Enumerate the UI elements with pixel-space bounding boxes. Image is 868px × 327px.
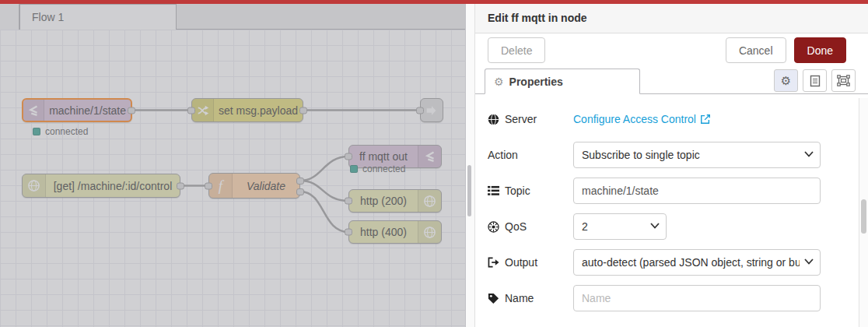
panel-scrollbar-thumb[interactable]: [861, 199, 866, 234]
globe-icon: [418, 190, 441, 212]
external-link-icon: [700, 114, 711, 125]
node-status: connected: [33, 126, 88, 137]
editor-view-buttons: ⚙: [774, 69, 856, 92]
qos-label: QoS: [488, 220, 573, 233]
output-port[interactable]: [177, 182, 184, 189]
flow-canvas[interactable]: machine/1/state connected set msg.payloa…: [0, 30, 465, 327]
globe-icon: [488, 114, 499, 125]
node-label: Validate: [233, 180, 299, 192]
output-port[interactable]: [128, 107, 135, 114]
qos-select[interactable]: 2: [573, 213, 667, 240]
qos-icon: [488, 221, 499, 233]
link-out-icon: [425, 104, 439, 118]
properties-tab-label: Properties: [509, 76, 563, 88]
action-label: Action: [488, 149, 573, 161]
node-label: [get] /machine/:id/control: [46, 180, 180, 192]
server-label: Server: [488, 113, 573, 125]
output-port-2[interactable]: [296, 188, 304, 195]
flow-workspace: Flow 1 machine/1/state: [0, 4, 465, 327]
panel-button-row: Delete Cancel Done: [475, 33, 868, 67]
wire[interactable]: [300, 156, 348, 181]
field-row-topic: Topic: [488, 178, 856, 204]
node-label: http (400): [349, 226, 418, 238]
input-port[interactable]: [205, 182, 212, 189]
status-dot: [33, 128, 40, 135]
flow-tab-label: Flow 1: [32, 11, 64, 23]
panel-title: Edit ff mqtt in node: [475, 4, 868, 33]
status-dot: [350, 165, 358, 173]
description-view-button[interactable]: [803, 69, 827, 92]
node-red-editor: Flow 1 machine/1/state: [0, 0, 868, 327]
node-label: http (200): [349, 195, 418, 207]
properties-view-button[interactable]: ⚙: [774, 69, 798, 92]
output-select[interactable]: auto-detect (parsed JSON object, string …: [573, 249, 821, 276]
configure-server-link[interactable]: Configure Access Control: [573, 113, 711, 125]
gear-icon: ⚙: [494, 76, 504, 88]
gear-icon: ⚙: [781, 74, 791, 88]
output-port-1[interactable]: [296, 178, 304, 185]
mqtt-icon: [418, 146, 441, 167]
qos-select-wrap: 2: [573, 213, 667, 240]
input-port[interactable]: [345, 198, 352, 205]
tasks-icon: [488, 185, 499, 196]
tab-bar-stub: [0, 4, 19, 30]
node-http-response-400[interactable]: http (400): [348, 220, 442, 244]
status-text: connected: [362, 164, 405, 174]
input-port[interactable]: [416, 107, 424, 114]
document-icon: [810, 75, 821, 87]
field-row-qos: QoS 2: [488, 213, 856, 240]
delete-button[interactable]: Delete: [488, 37, 545, 63]
node-function[interactable]: f Validate: [208, 173, 300, 199]
node-properties-form: Server Configure Access Control Action S…: [475, 94, 868, 311]
name-label: Name: [488, 292, 573, 304]
node-mqtt-in[interactable]: machine/1/state: [22, 98, 132, 122]
node-label: set msg.payload: [214, 104, 303, 117]
output-select-wrap: auto-detect (parsed JSON object, string …: [573, 249, 821, 276]
node-label: machine/1/state: [44, 104, 131, 117]
field-row-action: Action Subscribe to single topic: [488, 142, 856, 168]
sign-out-icon: [488, 257, 499, 268]
field-row-server: Server Configure Access Control: [488, 106, 856, 132]
topic-input[interactable]: [573, 178, 821, 204]
mqtt-icon: [23, 100, 44, 121]
appearance-icon: [837, 75, 850, 86]
field-row-name: Name: [488, 285, 856, 311]
workspace-scrollbar-thumb[interactable]: [467, 165, 471, 216]
output-label: Output: [488, 256, 573, 269]
tab-properties[interactable]: ⚙ Properties: [485, 69, 640, 94]
done-button[interactable]: Done: [794, 37, 846, 63]
function-icon: f: [209, 174, 233, 198]
tab-flow-1[interactable]: Flow 1: [19, 4, 177, 30]
input-port[interactable]: [345, 153, 352, 160]
node-http-in[interactable]: [get] /machine/:id/control: [22, 174, 180, 198]
input-port[interactable]: [345, 229, 352, 236]
input-port[interactable]: [187, 107, 195, 114]
action-select[interactable]: Subscribe to single topic: [573, 142, 821, 168]
node-label: ff mqtt out: [349, 150, 418, 163]
topic-label: Topic: [488, 185, 573, 197]
tag-icon: [488, 293, 499, 304]
globe-icon: [23, 174, 46, 197]
globe-icon: [418, 221, 441, 243]
workspace-tab-bar: Flow 1: [0, 4, 465, 30]
cancel-button[interactable]: Cancel: [726, 37, 786, 63]
field-row-output: Output auto-detect (parsed JSON object, …: [488, 249, 856, 276]
wire[interactable]: [300, 192, 348, 232]
node-http-response-200[interactable]: http (200): [348, 189, 442, 213]
editor-tab-row: ⚙ Properties ⚙: [475, 67, 868, 94]
node-change[interactable]: set msg.payload: [191, 98, 303, 122]
appearance-view-button[interactable]: [831, 69, 856, 92]
name-input[interactable]: [573, 285, 821, 311]
panel-scrollbar[interactable]: [859, 98, 868, 327]
status-text: connected: [45, 126, 88, 137]
node-link-out[interactable]: [420, 98, 443, 122]
action-select-wrap: Subscribe to single topic: [573, 142, 821, 168]
panel-separator[interactable]: [465, 4, 474, 327]
shuffle-icon: [192, 99, 214, 121]
output-port[interactable]: [299, 107, 307, 114]
edit-node-panel: Edit ff mqtt in node Delete Cancel Done …: [474, 4, 868, 327]
node-status: connected: [350, 164, 405, 174]
wire[interactable]: [300, 181, 348, 201]
